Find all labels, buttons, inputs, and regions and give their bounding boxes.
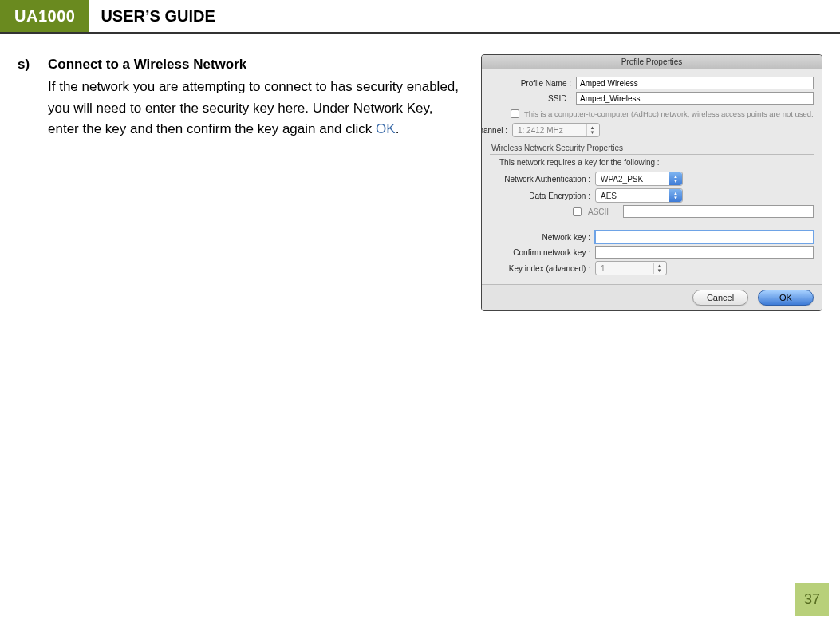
security-note: This network requires a key for the foll… — [499, 158, 814, 167]
document-title: USER’S GUIDE — [89, 0, 226, 32]
channel-value: 1: 2412 MHz — [518, 126, 563, 135]
page-number: 37 — [795, 583, 829, 616]
dialog-titlebar: Profile Properties — [482, 55, 822, 69]
step-body-suffix: . — [396, 121, 400, 136]
document-header: UA1000 USER’S GUIDE — [0, 0, 840, 34]
cancel-button[interactable]: Cancel — [692, 290, 748, 306]
keyindex-label: Key index (advanced) : — [490, 264, 595, 273]
auth-value: WPA2_PSK — [601, 175, 643, 184]
channel-spinner[interactable]: 1: 2412 MHz ▲▼ — [512, 123, 600, 137]
encryption-label: Data Encryption : — [490, 192, 595, 200]
ok-reference: OK — [376, 121, 396, 136]
dialog-screenshot: Profile Properties Profile Name : SSID : — [481, 54, 822, 311]
ascii-input[interactable] — [623, 205, 814, 218]
auth-label: Network Authentication : — [490, 175, 595, 184]
step-heading: Connect to a Wireless Network — [48, 54, 467, 75]
profile-name-input[interactable] — [576, 77, 814, 89]
instruction-column: s) Connect to a Wireless Network If the … — [18, 54, 467, 311]
step-text: If the network you are attempting to con… — [48, 77, 467, 140]
ascii-label: ASCII — [588, 207, 617, 216]
encryption-combo[interactable]: AES ▲▼ — [595, 188, 683, 203]
confirmkey-label: Confirm network key : — [490, 248, 595, 257]
security-section-title: Wireless Network Security Properties — [490, 142, 814, 155]
profile-properties-dialog: Profile Properties Profile Name : SSID : — [481, 54, 822, 311]
adhoc-label: This is a computer-to-computer (AdHoc) n… — [524, 109, 814, 118]
auth-combo[interactable]: WPA2_PSK ▲▼ — [595, 172, 683, 186]
updown-icon: ▲▼ — [586, 124, 597, 136]
dropdown-icon: ▲▼ — [669, 189, 682, 202]
step-letter: s) — [18, 54, 34, 140]
ok-button[interactable]: OK — [758, 290, 814, 306]
updown-icon: ▲▼ — [653, 263, 665, 274]
network-key-input[interactable] — [595, 231, 814, 243]
adhoc-checkbox[interactable] — [511, 109, 519, 118]
product-badge: UA1000 — [0, 0, 89, 32]
content-area: s) Connect to a Wireless Network If the … — [0, 34, 840, 311]
channel-label: Channel : — [481, 126, 512, 135]
keyindex-spinner[interactable]: 1 ▲▼ — [595, 261, 667, 275]
dropdown-icon: ▲▼ — [669, 172, 682, 185]
confirm-key-input[interactable] — [595, 246, 814, 259]
ssid-label: SSID : — [490, 94, 576, 103]
ascii-checkbox[interactable] — [573, 207, 582, 216]
netkey-label: Network key : — [490, 233, 595, 242]
profile-name-label: Profile Name : — [490, 79, 576, 88]
keyindex-value: 1 — [601, 264, 605, 273]
ssid-input[interactable] — [576, 92, 814, 105]
encryption-value: AES — [601, 192, 617, 200]
